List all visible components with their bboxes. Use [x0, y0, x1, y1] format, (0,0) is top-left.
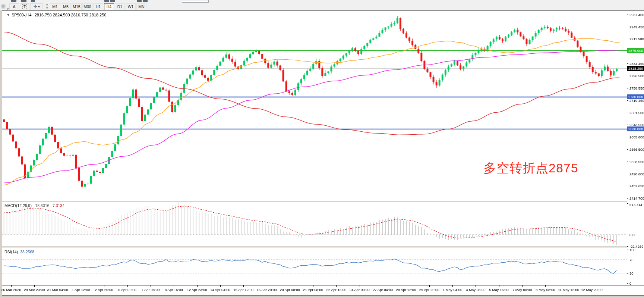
- arrows-tool-button[interactable]: ✣ ▾: [30, 3, 43, 10]
- time-axis-tick: [197, 285, 198, 287]
- axis-tick: [627, 113, 628, 113]
- timeframe-button-m15[interactable]: M15: [72, 3, 82, 10]
- axis-tick: [627, 186, 628, 186]
- axis-tick-label: 2605.600: [629, 135, 644, 139]
- clipped-icon: [137, 0, 142, 2]
- time-axis-tick: [11, 285, 12, 287]
- axis-tick: [627, 260, 628, 260]
- time-axis-label: 7 Apr 08:00: [142, 288, 160, 292]
- timeframe-button-mn[interactable]: MN: [136, 3, 146, 10]
- timeframe-button-h1[interactable]: H1: [93, 3, 103, 10]
- time-axis-label: 6 Apr 00:00: [118, 288, 136, 292]
- clipped-icon: [143, 0, 148, 2]
- timeframe-button-m30[interactable]: M30: [82, 3, 92, 10]
- chart-toolbar: F A T ✣ ▾ M1M5M15M30H1H4D1W1MN: [0, 3, 644, 10]
- time-axis-tick: [592, 285, 592, 287]
- axis-tick: [627, 137, 628, 137]
- time-axis-label: 20 Apr 00:00: [280, 288, 300, 292]
- pane-separator-rsi[interactable]: [2, 246, 644, 247]
- axis-tick-label: 2949.450: [629, 25, 644, 29]
- clipped-icon: [110, 0, 115, 2]
- toolbar-drag-handle[interactable]: F: [1, 4, 9, 10]
- axis-tick-label: 2681.500: [629, 111, 644, 115]
- time-axis-tick: [360, 285, 360, 287]
- timeframe-button-m1[interactable]: M1: [50, 3, 60, 10]
- font-tool-button[interactable]: A: [9, 3, 19, 10]
- time-axis-tick: [81, 285, 81, 287]
- time-axis-tick: [290, 285, 290, 287]
- axis-tick: [627, 283, 628, 284]
- timeframe-button-w1[interactable]: W1: [126, 3, 136, 10]
- price-chart-canvas[interactable]: [2, 12, 627, 285]
- text-label-tool-button[interactable]: T: [20, 3, 29, 10]
- time-axis-label: 5 May 16:00: [489, 288, 509, 292]
- price-level-label: 2875.000: [627, 48, 644, 53]
- time-axis-tick: [522, 285, 523, 287]
- axis-tick-label: 61.0714: [629, 203, 642, 207]
- time-axis-tick: [151, 285, 151, 287]
- price-level-label: 2730.000: [627, 94, 644, 99]
- axis-tick-label: 2987.400: [629, 13, 644, 17]
- macd-main-value: -18.6316: [34, 203, 49, 208]
- axis-tick-label: 2452.650: [629, 184, 644, 188]
- macd-signal-value: -7.3134: [51, 203, 64, 208]
- time-axis-label: 8 May 08:00: [536, 288, 555, 292]
- time-axis-label: 2 Apr 20:00: [95, 288, 113, 292]
- axis-tick: [627, 149, 628, 150]
- clipped-dropdown: [182, 0, 209, 3]
- chart-text-annotation[interactable]: 多空转折点2875: [483, 160, 578, 177]
- time-axis-tick: [104, 285, 104, 287]
- axis-tick: [627, 63, 628, 64]
- time-axis-tick: [267, 285, 267, 287]
- symbol-period-label: SP500-,H4: [12, 13, 32, 17]
- time-axis-tick: [127, 285, 128, 287]
- time-axis-label: 1 May 04:00: [443, 288, 462, 292]
- toolbar-separator-grip[interactable]: [45, 4, 48, 10]
- axis-tick: [627, 198, 628, 198]
- axis-tick-label: 2566.500: [629, 147, 644, 151]
- time-axis-tick: [545, 285, 546, 287]
- axis-tick: [627, 15, 628, 15]
- timeframe-button-h4[interactable]: H4: [104, 3, 114, 10]
- time-axis-label: 26 Mar 2020: [1, 288, 21, 292]
- time-axis-tick: [336, 285, 337, 287]
- time-axis-tick: [569, 285, 569, 287]
- time-axis-tick: [452, 285, 453, 287]
- collapse-icon[interactable]: ▼: [7, 13, 10, 17]
- time-axis-label: 1 Apr 12:00: [72, 288, 90, 292]
- trading-terminal-window: F A T ✣ ▾ M1M5M15M30H1H4D1W1MN ▼ SP500-,…: [0, 0, 644, 297]
- axis-tick: [627, 273, 628, 273]
- time-axis-label: 8 Apr 16:00: [165, 288, 183, 292]
- timeframe-button-d1[interactable]: D1: [115, 3, 125, 10]
- axis-tick-label: 2796.500: [629, 74, 644, 78]
- time-axis-tick: [406, 285, 406, 287]
- axis-tick: [627, 203, 628, 204]
- timeframe-button-m5[interactable]: M5: [61, 3, 71, 10]
- time-axis-label: 4 May 08:00: [466, 288, 485, 292]
- pane-separator-macd[interactable]: [2, 201, 644, 202]
- clipped-icon: [21, 0, 26, 2]
- time-axis-label: 31 Mar 04:00: [47, 288, 68, 292]
- window-bottom-frame: [2, 296, 644, 297]
- time-axis-label: 27 Apr 04:00: [373, 288, 393, 292]
- time-axis-tick: [174, 285, 174, 287]
- price-level-label: 2630.000: [627, 126, 644, 131]
- timeframe-button-group: M1M5M15M30H1H4D1W1MN: [50, 3, 147, 10]
- axis-tick-label: 2490.600: [629, 172, 644, 176]
- time-axis-label: 12 Apr 23:00: [187, 288, 207, 292]
- axis-tick-label: 2758.550: [629, 86, 644, 90]
- time-axis-label: 12 May 20:00: [581, 288, 603, 292]
- rsi-indicator-label: RSI(14)38.2568: [4, 250, 34, 254]
- axis-tick: [627, 76, 628, 76]
- time-axis-label: 29 Mar 23:00: [24, 288, 45, 292]
- text-label-icon: T: [22, 4, 27, 9]
- price-axis-scale[interactable]: 2987.4002949.4502911.5002834.4502796.500…: [627, 12, 644, 285]
- axis-tick-label: 2414.700: [629, 196, 644, 200]
- time-axis-tick: [476, 285, 476, 287]
- axis-tick-label: 2834.450: [629, 62, 644, 66]
- clipped-icon: [31, 0, 35, 2]
- time-axis-line: [2, 285, 644, 285]
- clipped-toolbar-row: [0, 0, 644, 3]
- time-axis-tick: [58, 285, 58, 287]
- time-axis-label: 7 May 00:00: [512, 288, 532, 292]
